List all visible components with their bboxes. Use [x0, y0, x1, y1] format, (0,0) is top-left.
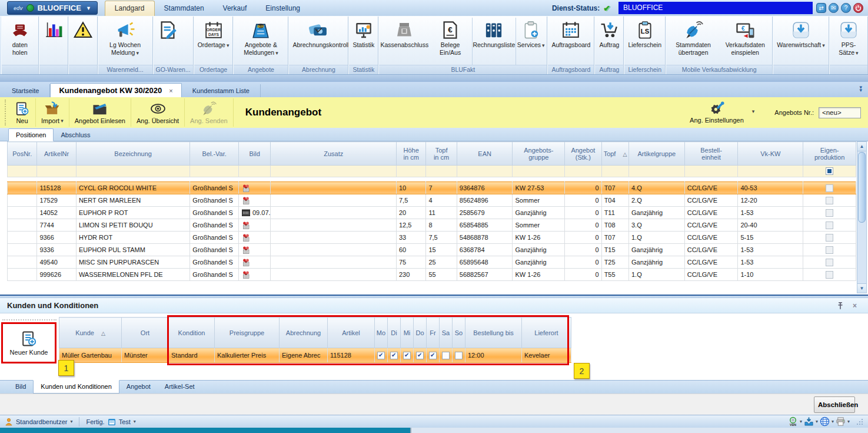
column-header-eigen-produktion[interactable]: Eigen- produktion: [803, 142, 856, 166]
bottom-tab-angebot[interactable]: Angebot: [119, 381, 158, 394]
pin-icon[interactable]: [836, 302, 844, 310]
printer-dropdown-icon[interactable]: ▾: [847, 419, 850, 424]
ribbon-button-lieferschein[interactable]: LSLieferschein: [626, 18, 664, 65]
filter-cell-belvar[interactable]: [190, 166, 239, 177]
resize-grip[interactable]: [856, 418, 863, 425]
table-row[interactable]: 49540MISC SIN PURPURASCENGroßhandel S752…: [8, 256, 856, 269]
bottom-tab-artikel-set[interactable]: Artikel-Set: [158, 381, 202, 394]
eigenproduktion-checkbox[interactable]: [826, 271, 833, 279]
filter-cell-topf[interactable]: [601, 166, 628, 177]
user-dropdown-icon[interactable]: ▾: [70, 419, 72, 424]
column-header-bestell-einheit[interactable]: Bestell- einheit: [684, 142, 738, 166]
scrollbar-thumb[interactable]: [858, 152, 866, 223]
mail-icon[interactable]: ✉: [829, 3, 839, 13]
help-icon[interactable]: ?: [841, 3, 851, 13]
power-icon[interactable]: [853, 3, 863, 13]
view-tab-positionen[interactable]: Positionen: [8, 128, 54, 141]
eigenproduktion-checkbox[interactable]: [826, 246, 833, 254]
column-header-do[interactable]: Do: [414, 318, 427, 348]
context-label[interactable]: Test: [119, 418, 131, 425]
table-row[interactable]: 115128CYCL GR ROCOLI WHITEGroßhandel S10…: [8, 182, 856, 194]
column-header-topf[interactable]: Topf△: [601, 142, 628, 166]
vbn-icon[interactable]: VBN: [788, 417, 798, 427]
collapse-panel-icon[interactable]: ▾▾: [859, 86, 862, 92]
filter-cell-bestelleinheit[interactable]: [684, 166, 738, 177]
customer-row[interactable]: Müller GartenbauMünsterStandardKalkulier…: [59, 348, 571, 363]
offer-number-field[interactable]: <neu>: [819, 107, 861, 118]
tray-dropdown-icon[interactable]: ▾: [816, 419, 818, 424]
document-tab-startseite[interactable]: Startseite: [1, 84, 50, 97]
column-header-bezeichnung[interactable]: Bezeichnung: [76, 142, 189, 166]
inbox-tray-icon[interactable]: [804, 417, 814, 427]
ribbon-button-warning[interactable]: [70, 18, 96, 65]
app-menu-button[interactable]: edv BLUOFFICE ▼: [7, 1, 98, 15]
eigenproduktion-checkbox[interactable]: [826, 184, 833, 192]
column-header-bel-var[interactable]: Bel.-Var.: [190, 142, 239, 166]
table-row[interactable]: 14052EUPHOR P ROTGroßhandel S09.07.20112…: [8, 207, 856, 219]
ribbon-button-stammdaten-übertragen[interactable]: Stammdaten übertragen: [667, 18, 719, 65]
eigenproduktion-checkbox[interactable]: [826, 197, 833, 204]
ribbon-button-pps-sätze[interactable]: PPS-Sätze▾: [831, 18, 866, 65]
column-header-zusatz[interactable]: Zusatz: [271, 142, 397, 166]
column-header-ort[interactable]: Ort: [122, 318, 169, 348]
dropdown-arrow-icon[interactable]: ▾: [752, 108, 755, 114]
globe-icon[interactable]: [820, 417, 830, 427]
bottom-tab-bild[interactable]: Bild: [8, 381, 33, 394]
filter-cell-hoehe[interactable]: [397, 166, 426, 177]
weekday-checkbox[interactable]: [390, 352, 398, 359]
column-header-di[interactable]: Di: [388, 318, 401, 348]
scroll-down-icon[interactable]: ▼: [857, 283, 866, 293]
column-header-angebot-stk[interactable]: Angebot (Stk.): [565, 142, 601, 166]
ribbon-button-lg-wochen-meldung[interactable]: Lg Wochen Meldung▾: [99, 18, 151, 65]
menu-tab-einstellung[interactable]: Einstellung: [256, 1, 310, 16]
ribbon-button-rechnungsliste[interactable]: Rechnungsliste: [472, 18, 516, 65]
column-header-kondition[interactable]: Kondition: [169, 318, 215, 348]
column-header-sa[interactable]: Sa: [440, 318, 453, 348]
toolbar-drag-handle[interactable]: [5, 100, 6, 125]
current-user-label[interactable]: Standardbenutzer: [16, 418, 67, 425]
new-customer-button[interactable]: Neuer Kunde: [6, 325, 52, 361]
ribbon-button-angebote-meldungen[interactable]: BUYAngebote & Meldungen▾: [235, 18, 287, 65]
offer-button-ang-übersicht[interactable]: Ang. Übersicht: [131, 98, 185, 127]
filter-cell-artikelnr[interactable]: [37, 166, 77, 177]
table-row[interactable]: 17529NERT GR MARLEENGroßhandel S7,548562…: [8, 194, 856, 207]
globe-dropdown-icon[interactable]: ▾: [832, 419, 834, 424]
close-tab-icon[interactable]: ×: [169, 87, 172, 94]
table-row[interactable]: 7744LIMON SI PETIT BOUQUGroßhandel S12,5…: [8, 219, 856, 232]
weekday-checkbox[interactable]: [429, 352, 437, 359]
column-header-preisgruppe[interactable]: Preisgruppe: [215, 318, 280, 348]
filter-cell-zusatz[interactable]: [271, 166, 397, 177]
filter-cell-ean[interactable]: [457, 166, 513, 177]
filter-checkbox[interactable]: [826, 167, 833, 175]
filter-cell-bezeichnung[interactable]: [76, 166, 189, 177]
eigenproduktion-checkbox[interactable]: [826, 209, 833, 217]
menu-tab-stammdaten[interactable]: Stammdaten: [155, 1, 214, 16]
column-header-so[interactable]: So: [453, 318, 465, 348]
column-header-kunde[interactable]: Kunde△: [59, 318, 122, 348]
offer-button-angebot-einlesen[interactable]: Angebot Einlesen: [69, 98, 131, 127]
offer-settings-button[interactable]: Ang. Einstellungen: [687, 101, 746, 124]
vertical-scrollbar[interactable]: ▲ ▼: [857, 141, 867, 293]
ribbon-button-ordertage[interactable]: ORDERDAYSOrdertage▾: [195, 18, 232, 65]
column-header-abrechnung[interactable]: Abrechnung: [280, 318, 328, 348]
document-tab-kundenstamm-liste[interactable]: Kundenstamm Liste: [182, 84, 261, 97]
bottom-tab-kunden-und-konditionen[interactable]: Kunden und Konditionen: [33, 380, 119, 394]
column-header-posnr[interactable]: PosNr.: [8, 142, 37, 166]
offer-button-neu[interactable]: Neu: [9, 98, 36, 127]
eigenproduktion-checkbox[interactable]: [826, 259, 833, 266]
filter-cell-bild[interactable]: [238, 166, 270, 177]
ribbon-button-bar-chart[interactable]: [41, 18, 66, 65]
ribbon-button-daten-holen[interactable]: daten holen: [3, 18, 37, 65]
ribbon-button-verkaufsdaten-einspielen[interactable]: €Verkaufsdaten einspielen: [719, 18, 771, 65]
table-row[interactable]: 9366HYDR ROTGroßhandel S337,554868878KW …: [8, 232, 856, 244]
printer-icon[interactable]: [836, 417, 846, 427]
remote-support-icon[interactable]: ⇄: [816, 3, 826, 13]
column-header-angebots-gruppe[interactable]: Angebots- gruppe: [513, 142, 565, 166]
eigenproduktion-checkbox[interactable]: [826, 234, 833, 242]
column-header-topf-in-cm[interactable]: Topf in cm: [426, 142, 457, 166]
ribbon-button-auftragsboard[interactable]: Auftragsboard: [549, 18, 593, 65]
filter-cell-eigenproduktion[interactable]: [803, 166, 856, 177]
ribbon-button-belege-ein-aus[interactable]: €Belege Ein/Aus: [428, 18, 471, 65]
vbn-dropdown-icon[interactable]: ▾: [800, 419, 802, 424]
filter-cell-topf_cm[interactable]: [426, 166, 457, 177]
